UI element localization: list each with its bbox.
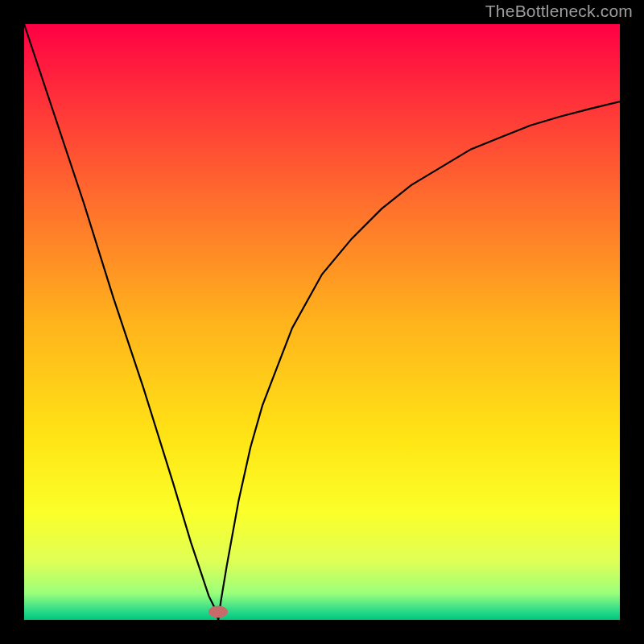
plot-area [24, 24, 620, 620]
optimal-marker [208, 605, 228, 617]
chart-frame: TheBottleneck.com [0, 0, 644, 644]
watermark-text: TheBottleneck.com [485, 2, 633, 21]
gradient-background [24, 24, 620, 620]
svg-rect-0 [24, 24, 620, 620]
